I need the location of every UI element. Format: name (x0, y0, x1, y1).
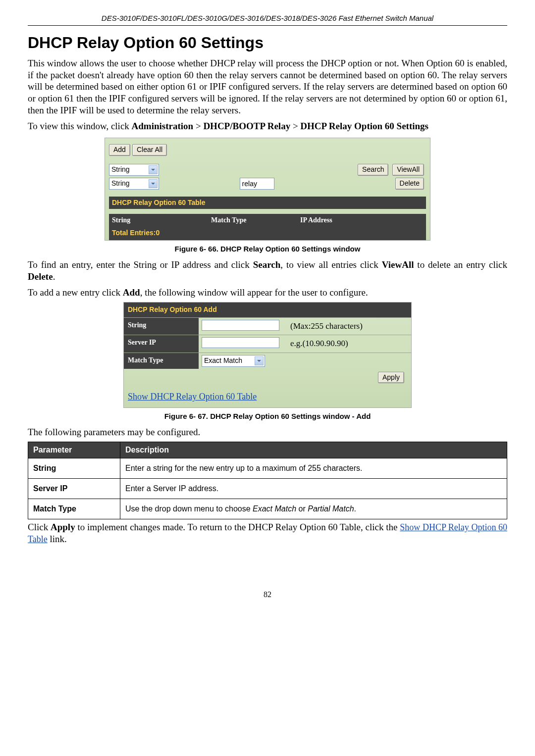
table-header: Parameter Description (28, 442, 507, 458)
string-input[interactable] (202, 320, 279, 331)
search-type-select-1[interactable]: String (109, 164, 159, 176)
chevron-down-icon (149, 165, 158, 174)
header-rule (28, 25, 507, 26)
param-desc: Use the drop down menu to choose Exact M… (120, 499, 507, 519)
delete-button[interactable]: Delete (395, 178, 424, 190)
param-desc: Enter a string for the new entry up to a… (120, 458, 507, 479)
nav-crumb-dhcp: DHCP/BOOTP Relay (203, 121, 290, 131)
match-type-select[interactable]: Exact Match (202, 355, 265, 367)
param-desc: Enter a Server IP address. (120, 479, 507, 499)
label-match-type: Match Type (124, 353, 199, 369)
table-row: Match Type Use the drop down menu to cho… (28, 499, 507, 519)
hint-server-ip: e.g.(10.90.90.90) (286, 335, 411, 353)
nav-intro-text: To view this window, click (28, 121, 132, 131)
table-row: Server IP Enter a Server IP address. (28, 479, 507, 499)
screenshot-option60-settings: Add Clear All String Search ViewAll Stri… (105, 138, 430, 241)
view-all-button[interactable]: ViewAll (392, 164, 424, 176)
search-type-select-2[interactable]: String (109, 178, 159, 190)
col-string: String (112, 216, 211, 225)
intro-paragraph: This window allows the user to choose wh… (28, 57, 507, 116)
match-type-select-value: Exact Match (204, 356, 242, 365)
clear-all-button[interactable]: Clear All (132, 144, 167, 156)
hint-string: (Max:255 characters) (286, 318, 411, 335)
doc-header: DES-3010F/DES-3010FL/DES-3010G/DES-3016/… (28, 14, 507, 23)
label-server-ip: Server IP (124, 335, 199, 353)
th-description: Description (120, 442, 507, 458)
th-parameter: Parameter (28, 442, 120, 458)
chevron-down-icon (149, 179, 158, 188)
page-title: DHCP Relay Option 60 Settings (28, 33, 507, 52)
col-match-type: Match Type (211, 216, 300, 225)
col-ip-address: IP Address (300, 216, 423, 225)
figure-caption-67: Figure 6- 67. DHCP Relay Option 60 Setti… (28, 412, 507, 421)
add-button[interactable]: Add (109, 144, 130, 156)
label-string: String (124, 318, 199, 335)
search-instructions: To find an entry, enter the String or IP… (28, 259, 507, 283)
param-name: Match Type (28, 499, 120, 519)
apply-button[interactable]: Apply (378, 372, 404, 384)
add-window-title: DHCP Relay Option 60 Add (124, 302, 411, 317)
nav-crumb-admin: Administration (132, 121, 194, 131)
search-type-select-2-value: String (111, 179, 130, 188)
server-ip-input[interactable] (202, 337, 279, 348)
show-table-link[interactable]: Show DHCP Relay Option 60 Table (128, 392, 257, 402)
total-entries: Total Entries:0 (109, 227, 426, 241)
table-row: String Enter a string for the new entry … (28, 458, 507, 479)
page-number: 82 (28, 590, 507, 600)
table-title: DHCP Relay Option 60 Table (109, 197, 426, 209)
search-value-input[interactable]: relay (240, 178, 274, 190)
search-button[interactable]: Search (358, 164, 388, 176)
params-intro: The following parameters may be configur… (28, 426, 507, 438)
search-type-select-1-value: String (111, 165, 130, 174)
param-name: Server IP (28, 479, 120, 499)
closing-paragraph: Click Apply to implement changes made. T… (28, 521, 507, 545)
chevron-down-icon (255, 356, 264, 365)
param-name: String (28, 458, 120, 479)
add-instructions: To add a new entry click Add, the follow… (28, 287, 507, 299)
nav-path: To view this window, click Administratio… (28, 120, 507, 132)
table-header-row: String Match Type IP Address (109, 214, 426, 227)
parameter-table: Parameter Description String Enter a str… (28, 442, 507, 519)
screenshot-option60-add: DHCP Relay Option 60 Add String (Max:255… (123, 302, 412, 408)
figure-caption-66: Figure 6- 66. DHCP Relay Option 60 Setti… (28, 245, 507, 254)
nav-crumb-option60: DHCP Relay Option 60 Settings (300, 121, 428, 131)
